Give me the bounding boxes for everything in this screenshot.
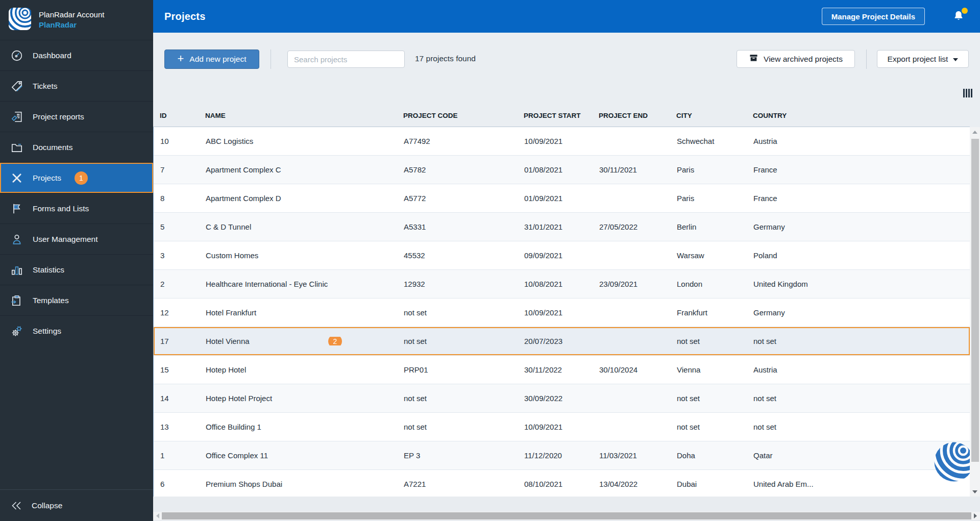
collapse-label: Collapse — [32, 501, 62, 510]
bell-icon — [952, 15, 965, 23]
cell-id: 14 — [160, 394, 206, 403]
cell-project-start: 11/12/2020 — [524, 451, 599, 460]
table-row-abc-logistics[interactable]: 10 ABC Logistics A77492 10/09/2021 Schwe… — [154, 127, 970, 156]
table-row-premium-shops-dubai[interactable]: 6 Premium Shops Dubai A7221 08/10/2021 1… — [154, 470, 970, 497]
table-row-office-building-1[interactable]: 13 Office Building 1 not set 10/09/2021 … — [154, 413, 970, 441]
column-settings-icon[interactable] — [960, 87, 972, 98]
cell-country: Germany — [753, 308, 970, 317]
cell-project-code: A5772 — [404, 194, 524, 203]
notification-dot — [962, 8, 968, 14]
cell-name: C & D Tunnel — [206, 222, 404, 231]
cell-id: 1 — [160, 451, 206, 460]
cell-project-code: EP 3 — [404, 451, 524, 460]
manage-project-details-button[interactable]: Manage Project Details — [822, 8, 925, 25]
view-archived-projects-button[interactable]: View archived projects — [737, 50, 855, 68]
cell-country: not set — [753, 394, 970, 403]
user-management-icon — [10, 233, 23, 246]
cell-city: not set — [677, 337, 753, 345]
table-row-healthcare-international-eye-clinic[interactable]: 2 Healthcare International - Eye Clinic … — [154, 270, 970, 299]
sidebar-item-tickets[interactable]: Tickets — [0, 70, 153, 101]
cell-project-code: not set — [404, 423, 524, 431]
sidebar-item-projects[interactable]: Projects1 — [0, 162, 153, 193]
scroll-left-arrow-icon[interactable] — [156, 513, 159, 518]
sidebar-item-label: Project reports — [33, 112, 84, 121]
table-row-hotel-frankfurt[interactable]: 12 Hotel Frankfurt not set 10/09/2021 Fr… — [154, 299, 970, 327]
cell-project-start: 30/11/2022 — [524, 365, 599, 374]
sidebar-item-label: Forms and Lists — [33, 204, 89, 213]
notifications-button[interactable] — [952, 10, 966, 23]
cell-city: Doha — [677, 451, 753, 460]
cell-project-start: 10/09/2021 — [524, 423, 599, 431]
cell-project-start: 10/09/2021 — [524, 308, 599, 317]
scroll-up-arrow-icon[interactable] — [972, 131, 977, 134]
scroll-right-arrow-icon[interactable] — [974, 513, 977, 518]
cell-project-end: 13/04/2022 — [599, 480, 677, 488]
forms-and-lists-icon — [10, 202, 23, 215]
cell-project-start: 31/01/2021 — [524, 222, 599, 231]
add-new-project-button[interactable]: + Add new project — [164, 49, 259, 69]
cell-name: Apartment Complex C — [206, 165, 404, 174]
cell-id: 5 — [160, 222, 206, 231]
collapse-button[interactable]: Collapse — [0, 489, 153, 521]
plus-icon: + — [177, 53, 184, 64]
cell-project-start: 20/07/2023 — [524, 337, 599, 345]
sidebar-item-project-reports[interactable]: Project reports — [0, 101, 153, 132]
column-header-id[interactable]: ID — [160, 112, 205, 119]
vertical-scrollbar[interactable] — [970, 127, 980, 497]
sidebar-item-templates[interactable]: Templates — [0, 285, 153, 315]
table-row-office-complex-11[interactable]: 1 Office Complex 11 EP 3 11/12/2020 11/0… — [154, 441, 970, 470]
sidebar-item-forms-and-lists[interactable]: Forms and Lists — [0, 193, 153, 224]
settings-icon — [10, 325, 23, 338]
cell-country: not set — [753, 423, 970, 431]
table-row-hotep-hotel-project[interactable]: 14 Hotep Hotel Project not set 30/09/202… — [154, 384, 970, 413]
table-row-c-d-tunnel[interactable]: 5 C & D Tunnel A5331 31/01/2021 27/05/20… — [154, 213, 970, 241]
dashboard-icon — [10, 49, 23, 62]
search-input[interactable] — [287, 51, 405, 68]
page-header: Projects Manage Project Details — [153, 0, 980, 33]
account-header[interactable]: PlanRadar Account PlanRadar — [0, 0, 153, 40]
cell-project-code: A5331 — [404, 222, 524, 231]
page-title: Projects — [164, 11, 206, 22]
cell-name: Hotel Frankfurt — [206, 308, 404, 317]
cell-name: Office Building 1 — [206, 423, 404, 431]
cell-country: United Kingdom — [753, 280, 970, 288]
project-reports-icon — [10, 110, 23, 123]
sidebar-item-label: User Management — [33, 235, 98, 244]
ticket-count-badge: 2 — [328, 337, 342, 345]
table-row-apartment-complex-c[interactable]: 7 Apartment Complex C A5782 01/08/2021 3… — [154, 156, 970, 184]
export-label: Export project list — [888, 55, 948, 64]
cell-city: not set — [677, 423, 753, 431]
cell-id: 7 — [160, 165, 206, 174]
sidebar-item-user-management[interactable]: User Management — [0, 224, 153, 254]
cell-id: 6 — [160, 480, 206, 488]
scroll-down-arrow-icon[interactable] — [972, 490, 977, 493]
sidebar-item-documents[interactable]: Documents — [0, 132, 153, 162]
column-header-project-code[interactable]: PROJECT CODE — [403, 112, 524, 119]
cell-city: Frankfurt — [677, 308, 753, 317]
vertical-scrollbar-thumb[interactable] — [971, 139, 979, 462]
horizontal-scrollbar[interactable] — [153, 512, 980, 520]
table-row-hotel-vienna[interactable]: 17 Hotel Vienna2 not set 20/07/2023 not … — [154, 327, 970, 356]
column-header-country[interactable]: COUNTRY — [753, 112, 970, 119]
sidebar-item-label: Projects — [33, 173, 61, 183]
column-header-name[interactable]: NAME — [205, 112, 403, 119]
cell-name: ABC Logistics — [206, 137, 404, 145]
projects-icon — [10, 171, 23, 185]
cell-project-code: not set — [404, 308, 524, 317]
cell-project-code: 12932 — [404, 280, 524, 288]
export-project-list-button[interactable]: Export project list — [877, 50, 969, 68]
table-row-custom-homes[interactable]: 3 Custom Homes 45532 09/09/2021 Warsaw P… — [154, 241, 970, 270]
cell-city: Dubai — [677, 480, 753, 488]
table-row-hotep-hotel[interactable]: 15 Hotep Hotel PRP01 30/11/2022 30/10/20… — [154, 356, 970, 384]
table-row-apartment-complex-d[interactable]: 8 Apartment Complex D A5772 01/09/2021 P… — [154, 184, 970, 213]
cell-name: Office Complex 11 — [206, 451, 404, 460]
cell-id: 2 — [160, 280, 206, 288]
column-header-project-end[interactable]: PROJECT END — [599, 112, 676, 119]
horizontal-scrollbar-thumb[interactable] — [162, 512, 971, 519]
chevron-down-icon — [953, 58, 958, 61]
column-header-city[interactable]: CITY — [676, 112, 753, 119]
sidebar-item-dashboard[interactable]: Dashboard — [0, 40, 153, 70]
sidebar-item-statistics[interactable]: Statistics — [0, 254, 153, 285]
column-header-project-start[interactable]: PROJECT START — [524, 112, 599, 119]
sidebar-item-settings[interactable]: Settings — [0, 315, 153, 346]
